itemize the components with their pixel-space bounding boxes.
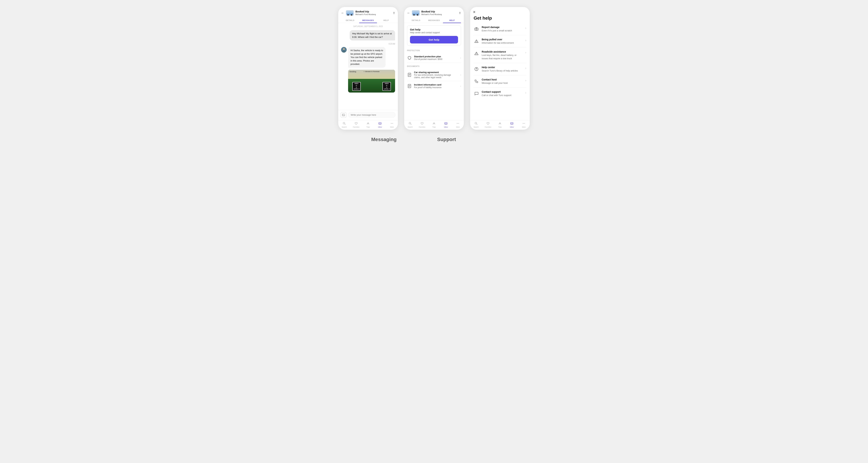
nav-search-3[interactable]: Search — [470, 122, 482, 128]
nav-inbox-1[interactable]: Inbox — [374, 122, 386, 128]
tab-messages-1[interactable]: MESSAGES — [359, 18, 377, 23]
tab-messages-2[interactable]: MESSAGES — [425, 18, 443, 23]
back-icon[interactable]: ← — [341, 11, 344, 15]
svg-line-46 — [476, 124, 477, 125]
screen3-bottom-nav: Search Favorites Trips Inbox — [470, 120, 530, 130]
message-input-bar — [338, 110, 398, 120]
nav-label-favorites-1: Favorites — [353, 126, 359, 128]
nav-label-trips-2: Trips — [432, 126, 436, 128]
message-input[interactable] — [348, 112, 396, 118]
list-text-car-agreement: Car sharing agreement For law enforcemen… — [414, 71, 458, 79]
help-content: Get help Help center and contact support… — [404, 23, 464, 120]
list-text-protection: Standard protection plan Out-of-pocket m… — [414, 55, 458, 61]
screen3-header: ✕ — [470, 7, 530, 15]
svg-point-38 — [476, 29, 477, 30]
svg-point-20 — [413, 14, 415, 15]
contact-support-sub: Call or chat with Turo support — [482, 94, 523, 97]
nav-inbox-2[interactable]: Inbox — [440, 122, 452, 128]
avatar — [341, 47, 347, 53]
get-help-card-title: Get help — [410, 28, 458, 31]
nav-label-trips-3: Trips — [498, 126, 502, 128]
trip-title: Booked trip — [355, 10, 391, 13]
chevron-pulled-over: › — [525, 39, 526, 42]
message-image: Smoking ▪ ▪ Elevator to Terminals AREAF/… — [348, 70, 395, 93]
message-right-1: Hey Michael! My flight is set to arrive … — [350, 30, 395, 40]
message-left-1: Hi Sasha, the vehicle is ready to be pic… — [348, 47, 385, 68]
nav-favorites-3[interactable]: Favorites — [482, 122, 494, 128]
nav-more-3[interactable]: More — [518, 122, 530, 128]
heart-icon-2 — [421, 122, 424, 126]
get-help-button[interactable]: Get help — [410, 36, 458, 43]
inbox-icon-2 — [444, 122, 447, 126]
back-icon-2[interactable]: ← — [407, 11, 410, 15]
share-icon[interactable]: ⇧ — [393, 11, 395, 15]
detail-text-contact-host: Contact host Message or call your host — [482, 78, 523, 85]
detail-item-report-damage[interactable]: Report damage Even if it's just a small … — [474, 23, 526, 35]
search-icon-2 — [409, 122, 412, 126]
list-item-car-agreement[interactable]: Car sharing agreement For law enforcemen… — [407, 69, 461, 81]
message-time-1: 8:20 AM — [341, 43, 395, 45]
phone-icon — [474, 78, 479, 84]
nav-more-2[interactable]: More — [452, 122, 464, 128]
tab-help-1[interactable]: HELP — [377, 18, 395, 23]
detail-item-help-center[interactable]: Help center Search Turo's library of hel… — [474, 63, 526, 75]
page-title-header: Get help — [470, 15, 530, 23]
tab-details-1[interactable]: DETAILS — [341, 18, 359, 23]
nav-search-1[interactable]: Search — [338, 122, 350, 128]
incident-title: Incident information card — [414, 84, 458, 86]
close-icon[interactable]: ✕ — [473, 10, 475, 14]
shield-icon-2 — [407, 55, 412, 60]
detail-item-contact-host[interactable]: Contact host Message or call your host › — [474, 75, 526, 88]
page-title: Get help — [474, 15, 492, 21]
roadside-title: Roadside assistance — [482, 50, 523, 53]
nav-trips-2[interactable]: Trips — [428, 122, 440, 128]
svg-point-49 — [523, 123, 523, 124]
roadside-sub: Lost keys, flat tire, dead battery, or i… — [482, 54, 523, 60]
help-center-title: Help center — [482, 66, 523, 69]
nav-inbox-3[interactable]: Inbox — [506, 122, 518, 128]
list-item-protection[interactable]: Standard protection plan Out-of-pocket m… — [407, 53, 461, 63]
chevron-contact-host: › — [525, 79, 526, 82]
nav-more-1[interactable]: More — [386, 122, 398, 128]
screen2-bottom-nav: Search Favorites Trips Inbox — [404, 120, 464, 130]
detail-text-roadside: Roadside assistance Lost keys, flat tire… — [482, 50, 523, 60]
chevron-icon-protection: › — [460, 57, 461, 59]
trip-info: Booked trip Michael's Ford Mustang — [355, 10, 391, 16]
detail-item-roadside[interactable]: Roadside assistance Lost keys, flat tire… — [474, 47, 526, 63]
trip-info-2: Booked trip Michael's Ford Mustang — [422, 10, 457, 16]
chevron-icon-incident: › — [460, 85, 461, 88]
more-icon-2 — [456, 122, 459, 126]
screen2-header: ← Booked trip Michael's Ford Mustang ⇧ — [404, 7, 464, 16]
detail-item-contact-support[interactable]: Contact support Call or chat with Turo s… — [474, 88, 526, 100]
trip-subtitle-2: Michael's Ford Mustang — [422, 13, 457, 16]
phones-row: ← Booked trip Michael's Ford Mustang ⇧ D… — [338, 7, 530, 130]
trip-subtitle: Michael's Ford Mustang — [355, 13, 391, 16]
inbox-icon-3 — [510, 122, 514, 126]
screen-label-messaging: Messaging — [371, 137, 431, 142]
svg-point-40 — [476, 42, 476, 42]
pulled-over-title: Being pulled over — [482, 38, 523, 41]
tab-details-2[interactable]: DETAILS — [407, 18, 425, 23]
phone-messaging: ← Booked trip Michael's Ford Mustang ⇧ D… — [338, 7, 398, 130]
image-attach-button[interactable] — [341, 112, 346, 118]
tab-help-2[interactable]: HELP — [443, 18, 461, 23]
nav-label-more-1: More — [390, 126, 394, 128]
detail-text-contact-support: Contact support Call or chat with Turo s… — [482, 91, 523, 97]
help-center-sub: Search Turo's library of help articles — [482, 69, 523, 72]
detail-item-pulled-over[interactable]: Being pulled over Information for law en… — [474, 35, 526, 47]
detail-text-report-damage: Report damage Even if it's just a small … — [482, 26, 523, 32]
svg-point-50 — [524, 123, 524, 124]
svg-rect-19 — [413, 12, 418, 13]
car-agreement-sub: For law enforcement, resolving damage cl… — [414, 74, 458, 79]
nav-favorites-2[interactable]: Favorites — [416, 122, 428, 128]
nav-trips-1[interactable]: Trips — [362, 122, 374, 128]
nav-search-2[interactable]: Search — [404, 122, 416, 128]
screen-label-support: Support — [437, 137, 497, 142]
list-item-incident-card[interactable]: Incident information card For proof of l… — [407, 81, 461, 91]
svg-point-3 — [347, 14, 349, 15]
messaging-label: Messaging — [371, 137, 397, 142]
chevron-roadside: › — [525, 51, 526, 54]
nav-trips-3[interactable]: Trips — [494, 122, 506, 128]
share-icon-2[interactable]: ⇧ — [459, 11, 461, 15]
nav-favorites-1[interactable]: Favorites — [350, 122, 362, 128]
